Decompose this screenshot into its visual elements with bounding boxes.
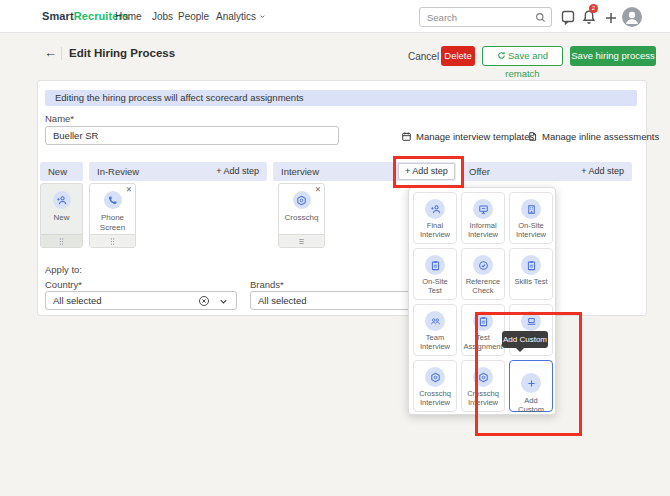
column-new-label: New [48,166,67,177]
step-tile-informal-interview[interactable]: Informal Interview [461,192,505,244]
step-tile-label: Final Interview [414,221,456,240]
notification-badge: 2 [589,4,598,13]
step-tile-add-custom[interactable]: Add Custom [509,360,553,412]
back-arrow-icon[interactable]: ← [44,45,57,60]
add-step-button-in-review[interactable]: + Add step [216,162,259,181]
country-select-value: All selected [53,295,102,306]
drag-dots-icon [57,237,66,246]
step-card-crosschq[interactable]: ✕ Crosschq [278,183,325,248]
column-in-review-label: In-Review [97,166,139,177]
app-window: SmartRecruiters Home Jobs People Analyti… [0,0,670,496]
step-tile-label: Team Interview [414,333,456,352]
step-tile-label: On-Site Interview [510,221,552,240]
step-tile-crosschq-interview-2[interactable]: Crosschq Interview [461,360,505,412]
column-offer-label: Offer [469,166,490,177]
step-tile-final-interview[interactable]: Final Interview [413,192,457,244]
step-tile-reference-check[interactable]: Reference Check [461,248,505,300]
drag-handle[interactable] [90,234,135,247]
brands-label: Brands* [250,279,284,290]
step-card-phone-screen[interactable]: ✕ Phone Screen [89,183,136,248]
add-step-button-interview[interactable]: + Add step [398,163,455,180]
phone-icon [104,191,122,209]
manage-inline-assessments-link[interactable]: Manage inline assessments [527,131,659,142]
drag-handle[interactable] [41,234,82,247]
casual-interview-icon [473,199,493,219]
drag-handle[interactable] [279,234,324,247]
name-field[interactable] [45,126,339,145]
step-tile-label: Reference Check [462,277,504,296]
column-header-interview: Interview+ Add step [273,162,456,181]
crosschq-hexagon-icon [293,191,311,209]
team-icon [425,311,445,331]
crosschq-hexagon-icon [473,367,493,387]
add-icon[interactable] [603,10,619,26]
chat-icon[interactable] [560,9,576,25]
step-tile-label: Add Custom [510,396,552,415]
global-search [419,7,552,27]
page-title: Edit Hiring Process [69,47,175,59]
step-card-new-label: New [41,213,82,223]
avatar[interactable] [622,7,642,27]
add-custom-tooltip: Add Custom [502,331,548,348]
nav-item-people[interactable]: People [178,11,209,22]
add-step-menu: Final Interview Informal Interview On-Si… [408,187,556,415]
step-tile-crosschq-interview-1[interactable]: Crosschq Interview [413,360,457,412]
column-header-offer: Offer+ Add step [461,162,632,181]
person-plus-icon [425,199,445,219]
badge-check-icon [473,255,493,275]
delete-button[interactable]: Delete [441,46,475,66]
step-tile-skills-test[interactable]: Skills Test [509,248,553,300]
country-label: Country* [45,279,82,290]
step-tile-label: Informal Interview [462,221,504,240]
apply-to-label: Apply to: [45,264,82,275]
nav-item-analytics-label: Analytics [216,11,256,22]
person-icon [622,7,642,27]
cancel-button[interactable]: Cancel [408,51,439,62]
save-hiring-process-button[interactable]: Save hiring process [570,46,656,66]
step-tile-on-site-interview[interactable]: On-Site Interview [509,192,553,244]
close-icon[interactable]: ✕ [126,185,132,194]
chevron-down-icon[interactable] [219,297,228,306]
step-tile-team-interview[interactable]: Team Interview [413,304,457,356]
header-divider [61,47,62,60]
document-icon [527,131,538,142]
step-card-phone-screen-label: Phone Screen [90,213,135,233]
name-label: Name* [45,113,74,124]
nav-item-analytics[interactable]: Analytics [216,11,266,22]
save-and-rematch-label: Save and rematch [505,50,548,79]
step-tile-label: Crosschq Interview [462,389,504,408]
country-select[interactable]: All selected [45,291,237,310]
drag-dots-icon [108,237,117,246]
building-icon [521,199,541,219]
clipboard-icon [425,255,445,275]
crosschq-hexagon-icon [425,367,445,387]
nav-item-jobs[interactable]: Jobs [152,11,173,22]
close-icon[interactable]: ✕ [315,185,321,194]
step-tile-label: Crosschq Interview [414,389,456,408]
info-banner: Editing the hiring process will affect s… [45,90,637,106]
search-icon[interactable] [535,12,546,23]
person-plus-icon [53,191,71,209]
search-input[interactable] [427,9,527,25]
laptop-icon [521,311,541,331]
add-step-button-offer[interactable]: + Add step [581,162,624,181]
clear-selection-icon[interactable] [198,295,210,307]
logo-part-smart: Smart [42,10,74,22]
column-header-in-review: In-Review+ Add step [89,162,267,181]
column-header-new: New [40,162,83,181]
manage-inline-assessments-label: Manage inline assessments [542,131,659,142]
step-card-new[interactable]: New [40,183,83,248]
step-tile-test-assignment[interactable]: Test Assignment [461,304,505,356]
manage-interview-templates-link[interactable]: Manage interview templates [401,131,534,142]
step-tile-label: Skills Test [510,277,552,286]
manage-interview-templates-label: Manage interview templates [416,131,534,142]
step-tile-label: Test Assignment [462,333,504,352]
nav-item-home[interactable]: Home [115,11,142,22]
save-and-rematch-button[interactable]: Save and rematch [482,46,563,66]
calendar-icon [401,131,412,142]
step-tile-on-site-test[interactable]: On-Site Test [413,248,457,300]
top-navbar: SmartRecruiters Home Jobs People Analyti… [0,0,670,33]
plus-icon [521,373,541,393]
drag-lines-icon [297,237,306,246]
step-card-crosschq-label: Crosschq [279,213,324,223]
